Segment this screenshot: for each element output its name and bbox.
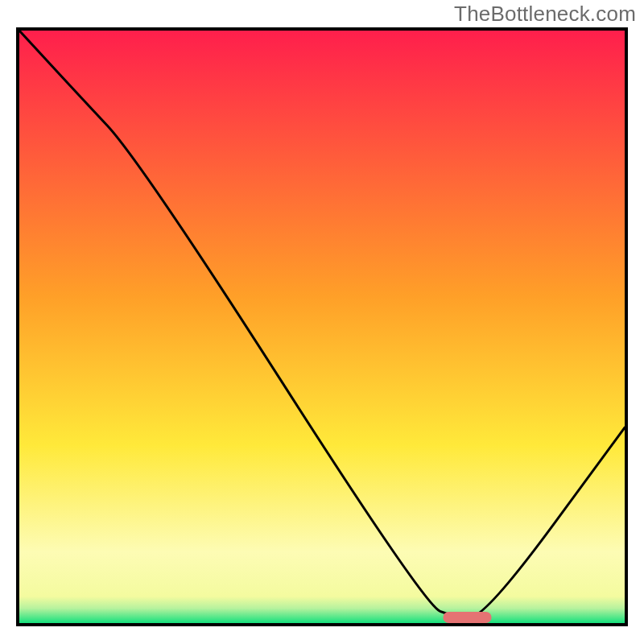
optimal-range-marker: [443, 612, 491, 623]
bottleneck-chart: [19, 31, 625, 623]
chart-frame: [16, 27, 628, 626]
watermark-text: TheBottleneck.com: [454, 2, 636, 27]
chart-background: [19, 31, 625, 623]
